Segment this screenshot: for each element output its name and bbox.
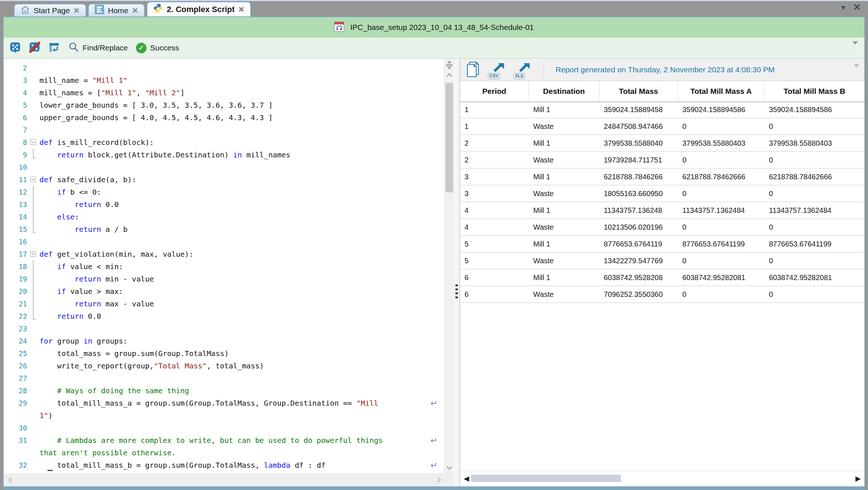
code-line[interactable]: 20 if value > max: xyxy=(4,285,444,298)
fold-gutter: − xyxy=(27,248,39,260)
export-csv-button[interactable]: CSV xyxy=(489,62,506,78)
fold-toggle-icon[interactable]: − xyxy=(30,251,36,257)
code-line[interactable]: 19 return min - value xyxy=(4,273,444,285)
code-line[interactable]: 4mill_names = ["Mill 1", "Mill 2"] xyxy=(4,87,444,99)
table-row[interactable]: 5Waste13422279.54776900 xyxy=(460,253,864,269)
report-collapse-icon[interactable] xyxy=(854,68,860,74)
table-cell: 3799538.55880403 xyxy=(678,139,765,148)
goto-line-icon[interactable] xyxy=(48,42,60,54)
scroll-left-icon[interactable] xyxy=(8,477,12,485)
scroll-right-icon[interactable] xyxy=(437,477,441,485)
code-line[interactable]: 8−def is_mill_record(block): xyxy=(4,136,444,149)
code-line[interactable]: 17−def get_violation(min, max, value): xyxy=(4,248,444,260)
toolbar-collapse-icon[interactable] xyxy=(852,45,858,51)
close-icon[interactable] xyxy=(853,3,861,12)
tab-start-page[interactable]: Start Page xyxy=(14,4,86,16)
code-line[interactable]: 23 xyxy=(4,322,444,335)
code-line[interactable]: 11−def safe_divide(a, b): xyxy=(4,173,444,186)
code-line[interactable]: 13 return 0.0 xyxy=(4,198,444,211)
export-xls-button[interactable]: XLS xyxy=(515,62,532,78)
code-line[interactable]: 7 xyxy=(4,124,444,136)
line-number: 29 xyxy=(6,397,27,409)
code-line[interactable]: 5lower_grade_bounds = [ 3.0, 3.5, 3.5, 3… xyxy=(4,99,444,111)
scroll-down-icon[interactable] xyxy=(446,465,452,472)
table-row[interactable]: 1Waste24847508.94746600 xyxy=(460,118,864,135)
code-line[interactable]: 15 return a / b xyxy=(4,223,444,236)
table-row[interactable]: 6Waste7096252.355036000 xyxy=(460,286,864,303)
code-line[interactable]: 14 else: xyxy=(4,211,444,223)
scroll-up-icon[interactable] xyxy=(446,72,452,79)
table-cell: Waste xyxy=(529,190,599,198)
report-horizontal-scrollbar[interactable]: ◀ ▶ xyxy=(460,471,864,486)
tab-list-dropdown-icon[interactable]: ▾ xyxy=(841,3,845,12)
tab-close-icon[interactable] xyxy=(132,7,138,14)
tab-complex-script[interactable]: 2. Complex Script xyxy=(147,1,251,16)
find-replace-button[interactable]: Find/Replace xyxy=(68,42,128,54)
table-row[interactable]: 4Waste10213506.02019600 xyxy=(460,219,864,236)
table-cell: 6 xyxy=(460,290,529,299)
code-text: if value < min: xyxy=(39,260,123,273)
code-line[interactable]: 10 xyxy=(4,161,444,173)
code-line[interactable]: 9 return block.get(Attribute.Destination… xyxy=(4,149,444,161)
horizontal-scroll-thumb[interactable] xyxy=(471,475,621,482)
pane-splitter[interactable] xyxy=(454,59,459,486)
code-line[interactable]: 25 total_mass = group.sum(Group.TotalMas… xyxy=(4,347,444,360)
column-header[interactable]: Total Mass xyxy=(599,81,678,102)
code-line[interactable]: 31 # Lambdas are more complex to write, … xyxy=(4,434,444,447)
code-line[interactable]: 6upper_grade_bounds = [ 4.0, 4.5, 4.5, 4… xyxy=(4,111,444,124)
table-row[interactable]: 2Waste19739284.71175100 xyxy=(460,152,864,169)
code-line[interactable]: 30 xyxy=(4,422,444,434)
code-line[interactable]: 1") xyxy=(4,409,444,422)
table-row[interactable]: 1Mill 1359024.15889458359024.15889458635… xyxy=(460,102,864,118)
tab-close-icon[interactable] xyxy=(73,7,80,14)
fold-toggle-icon[interactable]: − xyxy=(30,139,36,145)
split-view-handle-icon[interactable] xyxy=(446,60,453,71)
scroll-right-icon[interactable]: ▶ xyxy=(855,474,861,483)
code-line[interactable]: 24for group in groups: xyxy=(4,335,444,347)
code-line[interactable]: 18 if value < min: xyxy=(4,260,444,273)
code-line[interactable]: 12 if b <= 0: xyxy=(4,186,444,198)
table-cell: 3799538.5588040 xyxy=(599,139,678,148)
column-header[interactable]: Total Mill Mass A xyxy=(678,81,765,102)
code-line[interactable]: 26 write_to_report(group,"Total Mass", t… xyxy=(4,360,444,372)
fold-gutter xyxy=(27,111,39,124)
fold-scope-line xyxy=(33,273,36,285)
code-line[interactable]: 16 xyxy=(4,236,444,248)
code-line[interactable]: 28 # Ways of doing the same thing xyxy=(4,384,444,397)
table-row[interactable]: 6Mill 16038742.95282086038742.9528208160… xyxy=(460,269,864,286)
scroll-left-icon[interactable]: ◀ xyxy=(464,474,469,483)
code-line[interactable]: 29 total_mill_mass_a = group.sum(Group.T… xyxy=(4,397,444,409)
code-line[interactable]: 2 xyxy=(4,62,444,74)
code-editor[interactable]: 23mill_name = "Mill 1"4mill_names = ["Mi… xyxy=(4,59,444,474)
column-header[interactable]: Total Mill Mass B xyxy=(765,81,864,102)
editor-vertical-scrollbar[interactable] xyxy=(444,59,454,474)
run-blocks-icon[interactable] xyxy=(10,42,21,54)
code-line[interactable]: 21 return max - value xyxy=(4,298,444,310)
tab-close-icon[interactable] xyxy=(238,6,245,12)
column-header[interactable]: Destination xyxy=(529,81,599,102)
table-cell: 6218788.7846266 xyxy=(599,173,678,181)
tab-home[interactable]: Home xyxy=(88,4,145,16)
table-cell: 5 xyxy=(460,240,529,248)
copy-report-icon[interactable] xyxy=(465,61,481,79)
code-text: return 0.0 xyxy=(39,198,119,211)
fold-toggle-icon[interactable]: − xyxy=(30,177,36,182)
code-line[interactable]: 32 total_mill_mass_b = group.sum(Group.T… xyxy=(4,459,444,471)
vertical-scroll-thumb[interactable] xyxy=(446,83,453,192)
code-line[interactable]: 3mill_name = "Mill 1" xyxy=(4,74,444,87)
table-row[interactable]: 3Waste18055163.66095000 xyxy=(460,185,864,202)
table-cell: 24847508.947466 xyxy=(599,122,678,131)
editor-horizontal-scrollbar[interactable] xyxy=(4,474,454,486)
xls-label: XLS xyxy=(513,73,525,79)
table-row[interactable]: 5Mill 18776653.67641198776653.6764119987… xyxy=(460,236,864,253)
code-line[interactable]: 22 return 0.0 xyxy=(4,310,444,322)
column-header[interactable]: Period xyxy=(460,81,529,102)
line-number: 22 xyxy=(6,310,27,322)
code-line[interactable]: that aren't possible otherwise. xyxy=(4,447,444,459)
table-row[interactable]: 4Mill 111343757.13624811343757.136248411… xyxy=(460,202,864,219)
table-row[interactable]: 2Mill 13799538.55880403799538.5588040337… xyxy=(460,135,864,152)
disabled-blocks-icon[interactable] xyxy=(29,42,40,54)
table-row[interactable]: 3Mill 16218788.78462666218788.7846266662… xyxy=(460,169,864,185)
code-line[interactable]: 27 xyxy=(4,372,444,384)
table-cell: 0 xyxy=(765,122,864,131)
